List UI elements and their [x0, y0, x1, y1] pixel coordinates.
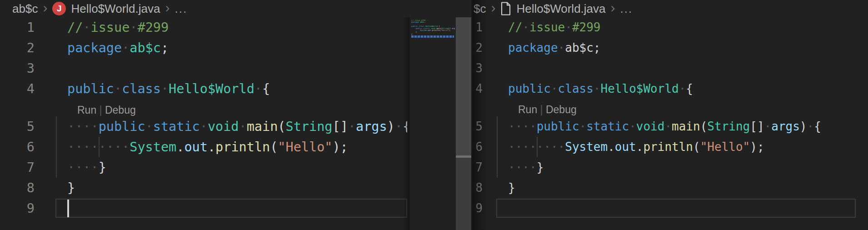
line-number[interactable]: 2 — [473, 38, 483, 58]
line-number[interactable]: 9 — [473, 198, 483, 219]
line-number[interactable]: 9 — [0, 198, 35, 219]
token-punct: [] — [332, 119, 348, 134]
line-number[interactable]: 5 — [473, 116, 483, 137]
token-comment: #299 — [137, 20, 169, 35]
line-number[interactable]: 2 — [0, 38, 35, 58]
code-text[interactable] — [496, 58, 856, 79]
code-text[interactable]: ········System.out.println("Hello"); — [496, 137, 856, 157]
code-text[interactable]: ····} — [496, 157, 856, 178]
code-tokens: ····} — [496, 157, 544, 178]
codelens-run-link[interactable]: Run — [518, 104, 537, 115]
minimap-token: main — [436, 28, 441, 30]
minimap[interactable]: // issue #299package ab$c;public class H… — [410, 17, 456, 230]
breadcrumb-right: $c › Hello$World.java › ... — [473, 0, 868, 17]
code-text[interactable] — [496, 198, 856, 219]
code-text[interactable]: ····} — [55, 157, 407, 178]
line-number[interactable]: 7 — [473, 157, 483, 178]
code-text[interactable]: //·issue·#299 — [55, 17, 407, 38]
code-line: 2package·ab$c; — [0, 38, 471, 58]
token-type: String — [286, 119, 333, 134]
code-line: 4public·class·Hello$World·{ — [473, 79, 868, 99]
scrollbar-track[interactable] — [456, 158, 471, 230]
minimap-token — [411, 31, 416, 33]
token-punct: ( — [700, 120, 708, 133]
token-punct: ); — [750, 140, 764, 154]
breadcrumb-overflow[interactable]: ... — [175, 2, 187, 16]
code-tokens: } — [55, 178, 75, 198]
token-punct: } — [537, 160, 544, 174]
line-number[interactable]: 4 — [473, 79, 483, 99]
chevron-right-icon: › — [43, 1, 47, 15]
line-number[interactable]: 3 — [0, 58, 35, 79]
code-text[interactable]: package·ab$c; — [496, 38, 856, 58]
minimap-token: ab$c — [420, 21, 424, 23]
line-number[interactable]: 6 — [473, 137, 483, 157]
token-ws: · — [764, 120, 772, 133]
codelens-debug-link[interactable]: Debug — [546, 104, 577, 115]
token-punct: ); — [332, 140, 348, 155]
code-area-right[interactable]: 1//·issue·#2992package·ab$c;34public·cla… — [473, 0, 868, 230]
code-text[interactable]: public·class·Hello$World·{ — [496, 79, 856, 99]
minimap-token: println — [432, 30, 440, 31]
scrollbar-slider[interactable] — [456, 17, 471, 155]
line-number[interactable]: 1 — [473, 17, 483, 38]
token-keyword: static — [153, 119, 200, 134]
token-ws: · — [579, 120, 587, 133]
code-text[interactable]: } — [496, 178, 856, 198]
code-text[interactable]: //·issue·#299 — [496, 17, 856, 38]
minimap-token: } — [416, 31, 417, 33]
code-text[interactable] — [55, 198, 407, 219]
code-text[interactable]: public·class·Hello$World·{ — [55, 79, 407, 99]
line-number[interactable]: 1 — [0, 17, 35, 38]
token-punct: ( — [278, 119, 285, 134]
breadcrumb-overflow[interactable]: ... — [620, 2, 633, 16]
token-function: main — [247, 119, 278, 134]
code-text[interactable]: ····public·static·void·main(String[]·arg… — [55, 116, 407, 137]
code-line: 7····} — [473, 157, 868, 178]
text-cursor — [67, 200, 69, 217]
breadcrumb-folder[interactable]: ab$c — [12, 2, 38, 16]
code-text[interactable]: ········System.out.println("Hello"); — [55, 137, 407, 157]
code-text[interactable]: ····public·static·void·main(String[]·arg… — [496, 116, 856, 137]
code-area-left[interactable]: 1//·issue·#2992package·ab$c;34public·cla… — [0, 0, 471, 230]
line-number[interactable]: 4 — [0, 79, 35, 99]
line-number[interactable]: 8 — [473, 178, 483, 198]
line-number[interactable]: 3 — [473, 58, 483, 79]
code-text[interactable]: } — [55, 178, 407, 198]
token-keyword: public — [67, 81, 114, 96]
code-text[interactable]: package·ab$c; — [55, 38, 407, 58]
code-text[interactable] — [55, 58, 407, 79]
line-number[interactable]: 5 — [0, 116, 35, 137]
token-punct: ( — [270, 140, 278, 155]
token-comment: // — [508, 20, 522, 34]
codelens-debug-link[interactable]: Debug — [105, 104, 136, 116]
code-line: 8} — [473, 178, 868, 198]
breadcrumb-folder[interactable]: $c — [474, 2, 486, 16]
token-comment: issue — [91, 20, 130, 35]
breadcrumb-file[interactable]: Hello$World.java — [71, 2, 160, 16]
token-punct: { — [814, 120, 821, 133]
codelens-run-link[interactable]: Run — [77, 104, 96, 116]
line-number[interactable]: 6 — [0, 137, 35, 157]
token-punct: ; — [594, 41, 601, 55]
java-class-icon: J — [52, 2, 66, 15]
code-tokens: ····} — [55, 157, 106, 178]
token-punct: ) — [800, 120, 807, 133]
line-number[interactable]: 8 — [0, 178, 35, 198]
token-function: println — [215, 140, 270, 155]
token-ws: ········ — [508, 140, 565, 154]
token-ws: ···· — [67, 119, 99, 134]
minimap-token: Hello$World — [425, 25, 438, 27]
token-punct: ) — [387, 119, 395, 134]
token-ws: · — [558, 41, 565, 55]
breadcrumb-file[interactable]: Hello$World.java — [516, 2, 605, 16]
token-punct: [] — [750, 120, 764, 133]
line-number[interactable]: 7 — [0, 157, 35, 178]
code-line: 8} — [0, 178, 471, 198]
vertical-scrollbar[interactable] — [456, 17, 471, 230]
token-keyword: package — [508, 41, 558, 55]
chevron-right-icon: › — [165, 1, 170, 15]
token-ws: · — [83, 20, 90, 35]
minimap-token: ; — [424, 21, 425, 23]
minimap-token: public — [411, 25, 418, 27]
